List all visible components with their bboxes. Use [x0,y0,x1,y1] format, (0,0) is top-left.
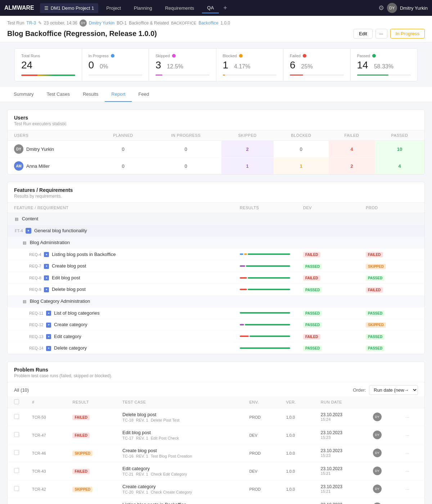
row-result-tcr47: FAILED [66,426,116,444]
status-button[interactable]: In Progress [390,29,425,39]
breadcrumb-test-run: Test Run [7,21,24,26]
col-test-case: TEST CASE [116,396,243,408]
tab-test-cases[interactable]: Test Cases [40,87,76,102]
tab-feed[interactable]: Feed [132,87,156,102]
page-header: Blog Backoffice (Regression, Release 1.0… [7,29,425,42]
prob-row-tcr50: TCR-50 FAILED Delete blog post TC-18 REV… [8,408,424,426]
users-section-title: Users [14,115,418,121]
stat-failed-dot [303,54,306,58]
row-actions-tcr47[interactable]: ··· [399,426,424,444]
users-section-header: Users Test Run executers statistic [8,110,424,130]
project-selector[interactable]: ☰ DM1 Demo Project 1 [40,3,99,13]
stat-passed-bar [357,75,411,76]
feat-subgroup-cat-admin: ▤ Blog Category Administration [8,295,424,307]
row-cb-tcr50 [8,408,26,426]
feat-req8-dev: FAILED [297,272,359,284]
user-dmitry-skipped: 2 [221,141,274,158]
row-user-tcr47: DY [366,426,399,444]
problem-runs-subtitle: Problem test case runs (failed, skipped … [14,373,112,378]
problem-runs-table: # RESULT TEST CASE ENV. VER. RUN DATE TC… [8,396,424,504]
breadcrumb-backoffice-link[interactable]: Backoffice [198,21,218,26]
nav-requirements[interactable]: Requirements [160,3,199,13]
row-tc-tcr47: Edit blog post TC-17 REV. 1 Edit Post Ch… [116,426,243,444]
stat-inprogress-bar [89,75,143,76]
feat-req13-dev: FAILED [297,330,359,342]
user-dmitry-avatar: DY [14,144,23,154]
nav-plus-button[interactable]: + [223,4,227,12]
req-icon-req11: ✦ [46,311,51,316]
user-anna-avatar: AM [14,161,23,171]
feat-req7-name: REQ-7 ✦ Create blog post [8,260,233,272]
nav-project[interactable]: Project [101,3,126,13]
features-section-header: Features / Requirements Results by requi… [8,182,424,203]
row-date-tcr47: 23.10.2023 15:23 [314,426,366,444]
col-run-date: RUN DATE [314,396,366,408]
stat-blocked-dot [239,54,243,58]
nav-planning[interactable]: Planning [129,3,157,13]
col-planned: PLANNED [96,130,150,141]
feat-req4: REQ-4 ✦ Listing blog posts in Backoffice… [8,248,424,260]
stat-passed-value: 14 [357,59,368,71]
brand-logo: ALMWARE [4,5,34,11]
project-name: DM1 Demo Project 1 [51,5,94,11]
user-anna-inprogress: 0 [150,158,221,175]
tab-summary[interactable]: Summary [7,87,40,102]
feat-ft4-name: FT-4 ✦ General blog functionality [8,225,233,237]
col-actions [399,396,424,408]
user-menu[interactable]: DY Dmitry Yurkin [387,3,428,13]
navbar: ALMWARE ☰ DM1 Demo Project 1 Project Pla… [0,0,432,16]
stat-skipped: Skipped 3 12.5% [149,49,216,81]
edit-button[interactable]: Edit [354,29,372,39]
breadcrumb-user-avatar: DY [80,19,87,27]
feat-col-name: FEATURE / REQUIREMENT [8,203,233,213]
feat-req12-prod: SKIPPED [359,319,424,331]
feat-req4-dev: FAILED [297,248,359,260]
page-title: Blog Backoffice (Regression, Release 1.0… [7,30,157,38]
total-runs-bar [21,75,75,76]
row-date-tcr50: 23.10.2023 15:24 [314,408,366,426]
user-anna-passed: 4 [375,158,424,175]
order-select[interactable]: Run date (new→ [369,385,418,395]
settings-icon[interactable]: ⚙ [378,4,384,12]
tab-results[interactable]: Results [76,87,105,102]
prob-row-tcr43: TCR-43 FAILED Edit category TC-21 REV. 1… [8,462,424,480]
user-anna-planned: 0 [96,158,150,175]
feat-req14-dev: PASSED [297,342,359,354]
nav-qa[interactable]: QA [202,3,219,13]
feat-req11-results [233,307,297,319]
stat-total-runs: Total Runs 24 [15,49,82,81]
col-checkbox [8,396,26,408]
row-user-tcr50: DY [366,408,399,426]
problem-runs-title: Problem Runs [14,367,112,373]
row-id-tcr50: TCR-50 [26,408,66,426]
row-actions-tcr50[interactable]: ··· [399,408,424,426]
feat-req7-results [233,260,297,272]
feat-req7-prod: SKIPPED [359,260,424,272]
feat-col-results: RESULTS [233,203,297,213]
users-section: Users Test Run executers statistic USERS… [7,109,425,175]
feat-req8-name: REQ-8 ✦ Edit blog post [8,272,233,284]
stat-passed-label: Passed [357,54,411,58]
breadcrumb-edit-icon: ✎ [38,21,42,26]
row-env-tcr47: DEV [243,426,279,444]
tab-report[interactable]: Report [105,87,132,102]
prob-row-tcr47: TCR-47 FAILED Edit blog post TC-17 REV. … [8,426,424,444]
user-dmitry-passed: 10 [375,141,424,158]
req-icon-req8: ✦ [44,275,49,280]
feat-req14-name: REQ-14 ✦ Delete category [8,342,233,354]
feat-req13-results [233,330,297,342]
breadcrumb-user[interactable]: Dmitry Yurkin [89,21,114,26]
select-all-checkbox[interactable] [14,399,19,404]
stat-blocked-bar [223,75,277,76]
stat-inprogress-percent: 0% [100,63,108,70]
col-env: ENV. [243,396,279,408]
feat-req12-results [233,319,297,331]
feat-req12: REQ-12 ✦ Create category PASSED SKIPPED [8,319,424,331]
more-button[interactable]: ··· [375,29,387,39]
stats-row: Total Runs 24 In Progress 0 0% Skipped [14,48,418,81]
user-anna-failed: 2 [329,158,375,175]
breadcrumb-tr-id[interactable]: TR-3 [26,21,36,26]
feat-req4-prod: FAILED [359,248,424,260]
user-dmitry-failed: 4 [329,141,375,158]
user-avatar: DY [387,3,397,13]
